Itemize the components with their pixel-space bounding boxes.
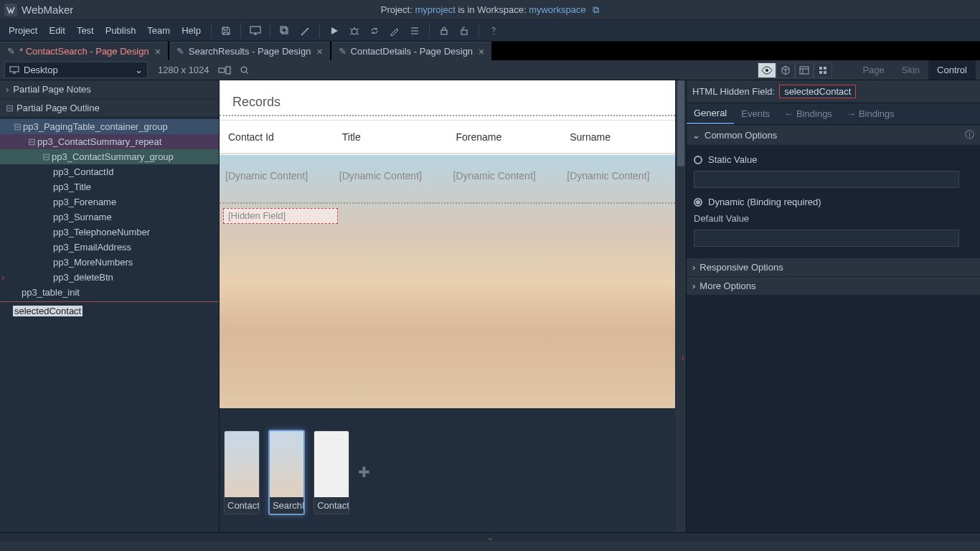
- hidden-field-element[interactable]: [Hidden Field]: [223, 208, 338, 224]
- radio-dynamic-value[interactable]: Dynamic (Binding required): [694, 194, 973, 210]
- radio-icon[interactable]: [694, 198, 702, 207]
- tree-leaf[interactable]: pp3_deleteBtn: [0, 270, 219, 285]
- section-more-options[interactable]: › More Options: [687, 277, 980, 296]
- tab-bindings-out[interactable]: →Bindings: [839, 104, 902, 123]
- tree-leaf[interactable]: pp3_EmailAddress: [0, 240, 219, 255]
- menu-team[interactable]: Team: [141, 22, 176, 39]
- unlock-icon[interactable]: [456, 22, 473, 39]
- info-icon[interactable]: ⓘ: [965, 128, 974, 141]
- tree-node-selected-contact[interactable]: selectedContact: [0, 303, 219, 319]
- svg-point-3: [352, 29, 357, 34]
- thumb-searchresults[interactable]: SearchResults: [268, 430, 305, 515]
- project-prefix: Project:: [381, 4, 415, 15]
- collapse-icon[interactable]: ⊟: [27, 136, 36, 147]
- tree-node-table-init[interactable]: pp3_table_init: [0, 285, 219, 300]
- section-responsive-options[interactable]: › Responsive Options: [687, 258, 980, 277]
- help-icon[interactable]: [485, 22, 502, 39]
- menu-project[interactable]: Project: [3, 22, 43, 39]
- play-icon[interactable]: [326, 22, 343, 39]
- section-partial-page-notes[interactable]: › Partial Page Notes: [0, 80, 219, 99]
- menu-edit[interactable]: Edit: [43, 22, 70, 39]
- chevron-right-icon: ›: [692, 262, 695, 273]
- tree-node-repeat[interactable]: ⊟pp3_ContactSummary_repeat: [0, 134, 219, 149]
- tab-contactsearch[interactable]: ✎ * ContactSearch - Page Design ×: [0, 42, 168, 60]
- tab-events[interactable]: Events: [734, 104, 777, 123]
- tree-node-container-group[interactable]: ⊟pp3_PagingTable_container_group: [0, 119, 219, 134]
- debug-icon[interactable]: [346, 22, 363, 39]
- zoom-icon[interactable]: [240, 65, 250, 75]
- bottom-collapse-bar[interactable]: ⌄: [0, 532, 980, 541]
- list-icon[interactable]: [406, 22, 423, 39]
- orientation-icon[interactable]: [218, 66, 231, 75]
- table-row[interactable]: [Dynamic Content] [Dynamic Content] [Dyn…: [220, 163, 675, 189]
- workspace-name: myworkspace: [529, 4, 585, 15]
- tab-page[interactable]: Page: [854, 60, 892, 80]
- tree-node-group[interactable]: ⊟pp3_ContactSummary_group: [0, 149, 219, 164]
- save-icon[interactable]: [217, 22, 235, 39]
- close-icon[interactable]: ×: [479, 46, 484, 57]
- tree-label: pp3_ContactSummary_group: [52, 151, 174, 162]
- monitor-icon[interactable]: [247, 22, 264, 39]
- page-icon: ✎: [176, 46, 184, 57]
- vertical-scrollbar[interactable]: [676, 80, 686, 541]
- column-header[interactable]: Title: [334, 131, 448, 143]
- column-header[interactable]: Contact Id: [220, 131, 334, 143]
- view-preview-icon[interactable]: [758, 62, 776, 78]
- tab-searchresults[interactable]: ✎ SearchResults - Page Design ×: [169, 42, 330, 60]
- column-header[interactable]: Forename: [448, 131, 562, 143]
- radio-static-value[interactable]: Static Value: [694, 151, 973, 168]
- collapse-icon[interactable]: ⊟: [13, 121, 22, 132]
- dynamic-cell: [Dynamic Content]: [561, 170, 675, 182]
- tab-contactdetails[interactable]: ✎ ContactDetails - Page Design ×: [331, 42, 492, 60]
- edit-icon[interactable]: [386, 22, 403, 39]
- tree-leaf[interactable]: pp3_TelephoneNumber: [0, 225, 219, 240]
- section-common-options[interactable]: ⌄ Common Options ⓘ: [687, 125, 980, 146]
- tab-skin[interactable]: Skin: [893, 60, 928, 80]
- thumb-contactdetails[interactable]: ContactDetails: [314, 430, 349, 514]
- tree-leaf[interactable]: pp3_Forename: [0, 194, 219, 209]
- arrow-right-icon: →: [847, 108, 856, 119]
- view-layout-icon[interactable]: [795, 62, 814, 78]
- add-page-icon[interactable]: ✚: [358, 463, 370, 481]
- static-value-input[interactable]: [694, 171, 959, 188]
- refresh-icon[interactable]: [366, 22, 383, 39]
- design-surface[interactable]: Records Contact Id Title Forename Surnam…: [220, 80, 675, 408]
- sub-toolbar-right: Page Skin Control: [758, 60, 976, 80]
- copy-icon[interactable]: [276, 22, 293, 39]
- menu-publish[interactable]: Publish: [100, 22, 142, 39]
- outline-tree: ⊟pp3_PagingTable_container_group ⊟pp3_Co…: [0, 118, 219, 320]
- device-select[interactable]: Desktop ⌄: [4, 62, 148, 78]
- column-header[interactable]: Surname: [561, 131, 675, 143]
- close-icon[interactable]: ×: [316, 46, 322, 57]
- view-grid-icon[interactable]: [814, 62, 832, 78]
- view-3d-icon[interactable]: [776, 62, 795, 78]
- document-tab-bar: ✎ * ContactSearch - Page Design × ✎ Sear…: [0, 42, 980, 60]
- tab-control[interactable]: Control: [928, 60, 976, 80]
- brush-icon[interactable]: [296, 22, 314, 39]
- project-info[interactable]: Project: myproject is in Workspace: mywo…: [381, 4, 600, 16]
- close-icon[interactable]: ×: [155, 46, 161, 57]
- external-link-icon[interactable]: ⧉: [593, 4, 599, 15]
- section-partial-page-outline[interactable]: ⊟ Partial Page Outline: [0, 99, 219, 118]
- chevron-right-icon: ›: [6, 84, 9, 95]
- control-field-name[interactable]: selectedContact: [779, 85, 856, 98]
- collapse-icon[interactable]: ⊟: [42, 151, 50, 162]
- radio-icon[interactable]: [694, 156, 702, 164]
- svg-rect-14: [819, 71, 822, 74]
- menu-help[interactable]: Help: [176, 22, 207, 39]
- tab-label: ContactDetails - Page Design: [351, 46, 473, 57]
- tab-bindings-in[interactable]: ←Bindings: [777, 104, 839, 123]
- tab-general[interactable]: General: [687, 103, 734, 124]
- tree-leaf[interactable]: pp3_ContactId: [0, 164, 219, 179]
- thumb-contactsearch[interactable]: ContactSearch: [224, 430, 260, 514]
- tab-label: * ContactSearch - Page Design: [19, 46, 149, 57]
- menu-test[interactable]: Test: [71, 22, 100, 39]
- lock-icon[interactable]: [435, 22, 453, 39]
- tree-label: pp3_ContactId: [53, 166, 114, 177]
- default-value-input[interactable]: [694, 230, 959, 247]
- tree-leaf[interactable]: pp3_Title: [0, 179, 219, 194]
- tree-leaf[interactable]: pp3_Surname: [0, 209, 219, 225]
- svg-rect-6: [10, 67, 19, 72]
- tree-leaf[interactable]: pp3_MoreNumbers: [0, 255, 219, 270]
- scrollbar-thumb[interactable]: [677, 80, 684, 166]
